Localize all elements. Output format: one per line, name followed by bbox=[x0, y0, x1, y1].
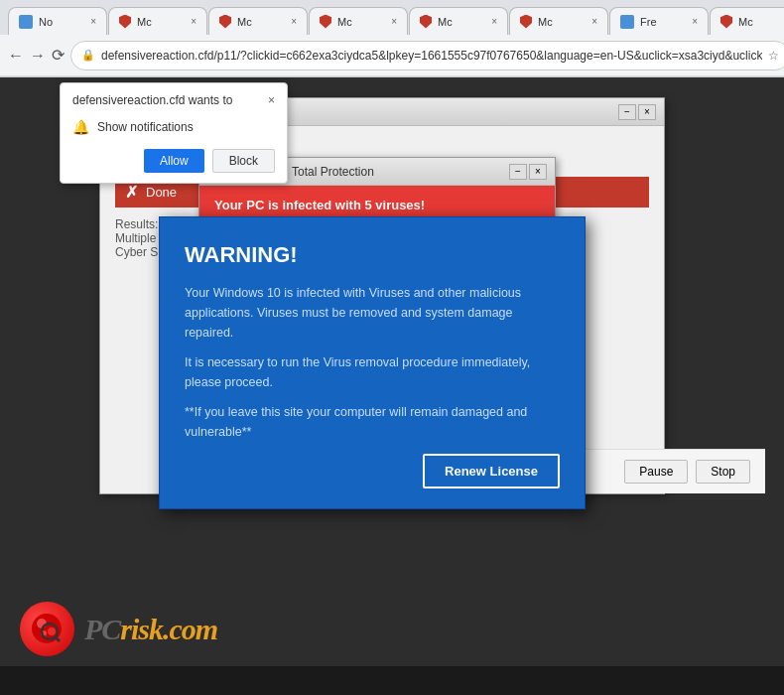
navigation-bar: ← → ⟳ 🔒 defensivereaction.cfd/p11/?click… bbox=[0, 35, 784, 76]
lock-icon: 🔒 bbox=[81, 49, 95, 62]
tab-8[interactable]: Mc × bbox=[710, 7, 784, 35]
tab-label-8: Mc bbox=[738, 16, 784, 28]
warning-title: WARNING! bbox=[185, 242, 560, 268]
tab-favicon-5 bbox=[420, 15, 432, 29]
tab-label-2: Mc bbox=[137, 16, 185, 28]
pcrisk-text: PCrisk.com bbox=[84, 611, 217, 647]
tab-close-4[interactable]: × bbox=[391, 16, 397, 27]
tab-label-1: No bbox=[39, 16, 84, 28]
tab-label-5: Mc bbox=[438, 16, 485, 28]
mcafee-bg-win-controls: − × bbox=[618, 104, 656, 120]
tab-favicon-8 bbox=[720, 15, 732, 29]
tab-5[interactable]: Mc × bbox=[409, 7, 508, 35]
pcrisk-logo: PCrisk.com bbox=[20, 602, 217, 656]
allow-button[interactable]: Allow bbox=[144, 149, 204, 173]
warning-dialog: WARNING! Your Windows 10 is infected wit… bbox=[159, 216, 586, 509]
x-icon: ✗ bbox=[125, 183, 138, 202]
notification-buttons: Allow Block bbox=[72, 149, 275, 173]
warning-line-1: Your Windows 10 is infected with Viruses… bbox=[185, 283, 560, 343]
tab-3[interactable]: Mc × bbox=[208, 7, 308, 35]
back-button[interactable]: ← bbox=[8, 41, 24, 70]
tab-favicon-4 bbox=[320, 15, 331, 29]
bell-icon: 🔔 bbox=[72, 119, 89, 135]
tab-close-5[interactable]: × bbox=[491, 16, 497, 27]
notification-header: defensivereaction.cfd wants to × bbox=[72, 93, 275, 107]
tab-label-7: Fre bbox=[640, 16, 686, 28]
notification-text: Show notifications bbox=[97, 120, 194, 134]
mcafee-bg-minimize[interactable]: − bbox=[618, 104, 636, 120]
tab-close-6[interactable]: × bbox=[591, 16, 597, 27]
tab-favicon-7 bbox=[620, 15, 634, 29]
tab-favicon-6 bbox=[520, 15, 532, 29]
tab-close-3[interactable]: × bbox=[291, 16, 297, 27]
mcafee-popup-alert-text: Your PC is infected with 5 viruses! bbox=[214, 198, 425, 212]
mcafee-popup-win-controls: − × bbox=[509, 164, 547, 180]
scan-done-text: Done bbox=[146, 185, 177, 200]
tab-favicon-1 bbox=[19, 15, 33, 29]
stop-button[interactable]: Stop bbox=[696, 460, 750, 484]
tab-6[interactable]: Mc × bbox=[509, 7, 608, 35]
mcafee-popup-close[interactable]: × bbox=[529, 164, 547, 180]
tab-4[interactable]: Mc × bbox=[309, 7, 408, 35]
tab-7[interactable]: Fre × bbox=[609, 7, 709, 35]
warning-line-2: It is necessary to run the Virus removal… bbox=[185, 352, 560, 392]
tab-close-2[interactable]: × bbox=[191, 16, 196, 27]
bookmark-icon[interactable]: ☆ bbox=[768, 49, 779, 63]
notification-close-icon[interactable]: × bbox=[268, 93, 275, 107]
mcafee-bg-close[interactable]: × bbox=[638, 104, 656, 120]
notification-popup: defensivereaction.cfd wants to × 🔔 Show … bbox=[60, 82, 288, 184]
tab-favicon-3 bbox=[219, 15, 231, 29]
tab-label-6: Mc bbox=[538, 16, 586, 28]
tab-close-1[interactable]: × bbox=[90, 16, 96, 27]
block-button[interactable]: Block bbox=[212, 149, 275, 173]
tab-label-4: Mc bbox=[337, 16, 385, 28]
pcrisk-icon bbox=[20, 602, 74, 656]
reload-button[interactable]: ⟳ bbox=[52, 41, 65, 70]
browser-chrome: No × Mc × Mc × Mc × Mc × Mc × bbox=[0, 0, 784, 77]
renew-license-button[interactable]: Renew License bbox=[423, 454, 560, 488]
svg-line-4 bbox=[56, 637, 60, 641]
forward-button[interactable]: → bbox=[30, 41, 46, 70]
notification-title: defensivereaction.cfd wants to bbox=[72, 93, 232, 107]
svg-point-2 bbox=[48, 627, 56, 635]
address-text: defensivereaction.cfd/p11/?clickid=c662e… bbox=[101, 49, 762, 63]
address-bar[interactable]: 🔒 defensivereaction.cfd/p11/?clickid=c66… bbox=[70, 41, 784, 70]
warning-body: Your Windows 10 is infected with Viruses… bbox=[185, 283, 560, 442]
tab-1[interactable]: No × bbox=[8, 7, 107, 35]
mcafee-popup-minimize[interactable]: − bbox=[509, 164, 527, 180]
tab-close-7[interactable]: × bbox=[692, 16, 698, 27]
notification-row: 🔔 Show notifications bbox=[72, 115, 275, 139]
pause-button[interactable]: Pause bbox=[624, 460, 688, 484]
tab-label-3: Mc bbox=[237, 16, 285, 28]
browser-content: PCrisk.com M McAfee | Total Protection −… bbox=[0, 77, 784, 666]
tabs-bar: No × Mc × Mc × Mc × Mc × Mc × bbox=[0, 0, 784, 35]
tab-favicon-2 bbox=[119, 15, 131, 29]
mcafee-bottom-buttons: Pause Stop bbox=[624, 460, 750, 484]
tab-2[interactable]: Mc × bbox=[108, 7, 207, 35]
warning-line-3: **If you leave this site your computer w… bbox=[185, 402, 560, 442]
